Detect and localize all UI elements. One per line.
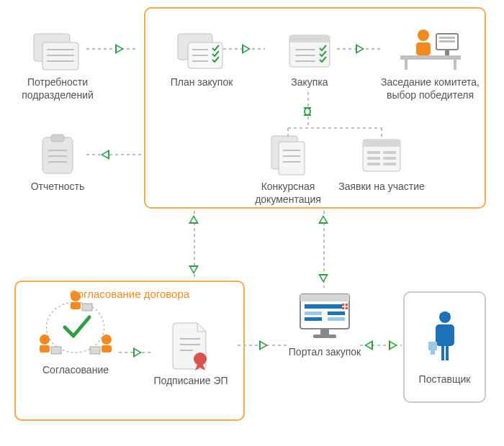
portal-label: Портал закупок: [285, 346, 364, 359]
supplier-box: Поставщик: [403, 291, 486, 403]
purchase-label: Закупка: [259, 76, 360, 89]
signed-doc-icon: [171, 320, 211, 370]
svg-rect-50: [300, 294, 349, 301]
plan-icon: [176, 32, 227, 72]
svg-rect-55: [328, 317, 345, 321]
approval-cycle-icon: [29, 288, 122, 360]
portal-icon: [296, 291, 354, 342]
svg-rect-62: [71, 302, 81, 309]
svg-point-61: [71, 291, 81, 301]
svg-point-30: [418, 29, 429, 41]
reporting-label: Отчетность: [7, 181, 108, 194]
svg-rect-48: [383, 163, 396, 165]
svg-rect-13: [51, 135, 64, 142]
svg-rect-29: [454, 60, 456, 70]
needs-label: Потребности подразделений: [7, 76, 108, 101]
form-icon: [360, 137, 403, 176]
svg-rect-56: [320, 329, 329, 334]
report-icon: [40, 133, 76, 176]
committee-label: Заседание комитета, выбор победителя: [374, 76, 486, 101]
tender-docs-label: Конкурсная документация: [238, 181, 338, 206]
svg-rect-27: [400, 55, 461, 60]
svg-rect-1: [440, 313, 450, 316]
svg-point-67: [102, 334, 112, 345]
svg-rect-69: [90, 347, 100, 354]
svg-rect-4: [446, 346, 449, 360]
plan-node: План закупок: [151, 22, 252, 89]
svg-rect-23: [289, 35, 330, 42]
svg-rect-43: [367, 151, 380, 154]
svg-rect-31: [416, 42, 431, 55]
svg-rect-34: [439, 37, 455, 39]
purchase-icon: [287, 32, 333, 72]
svg-rect-37: [279, 142, 305, 175]
svg-rect-66: [51, 347, 61, 354]
svg-rect-65: [40, 345, 50, 352]
svg-rect-33: [445, 50, 449, 55]
svg-rect-68: [102, 345, 112, 352]
svg-rect-53: [328, 311, 345, 315]
needs-node: Потребности подразделений: [7, 22, 108, 101]
svg-rect-52: [305, 311, 322, 315]
svg-point-73: [194, 352, 207, 365]
svg-rect-3: [441, 346, 444, 360]
diagram-stage: Согласование договора Поставщик Потребно…: [0, 0, 504, 446]
svg-rect-6: [431, 350, 435, 355]
committee-node: Заседание комитета, выбор победителя: [374, 22, 486, 101]
svg-point-64: [40, 334, 50, 345]
bids-label: Заявки на участие: [338, 181, 425, 194]
svg-rect-44: [367, 157, 380, 160]
svg-rect-2: [436, 324, 454, 346]
svg-rect-28: [405, 60, 408, 70]
supplier-icon: [427, 310, 463, 368]
svg-rect-35: [439, 40, 455, 42]
supplier-label: Поставщик: [419, 373, 471, 385]
signing-label: Подписание ЭП: [144, 375, 238, 388]
svg-rect-51: [305, 304, 345, 309]
approval-node: Согласование: [22, 309, 130, 377]
approval-label: Согласование: [22, 364, 130, 377]
svg-rect-57: [313, 334, 336, 338]
portal-node: Портал закупок: [285, 291, 364, 359]
svg-rect-45: [367, 163, 380, 165]
committee-icon: [395, 25, 467, 72]
documents-icon: [32, 32, 83, 72]
purchase-node: Закупка: [259, 22, 360, 89]
plan-label: План закупок: [151, 76, 252, 89]
svg-rect-63: [82, 304, 92, 311]
svg-rect-5: [428, 342, 437, 350]
reporting-node: Отчетность: [7, 126, 108, 194]
signing-node: Подписание ЭП: [144, 320, 238, 388]
svg-rect-47: [383, 157, 396, 160]
svg-rect-46: [383, 151, 396, 154]
paper-stack-icon: [269, 133, 308, 176]
tender-docs-node: Конкурсная документация: [238, 126, 338, 206]
svg-rect-54: [305, 317, 322, 321]
bids-node: Заявки на участие: [338, 126, 425, 194]
link-icon: [299, 106, 316, 119]
svg-rect-42: [363, 140, 400, 147]
